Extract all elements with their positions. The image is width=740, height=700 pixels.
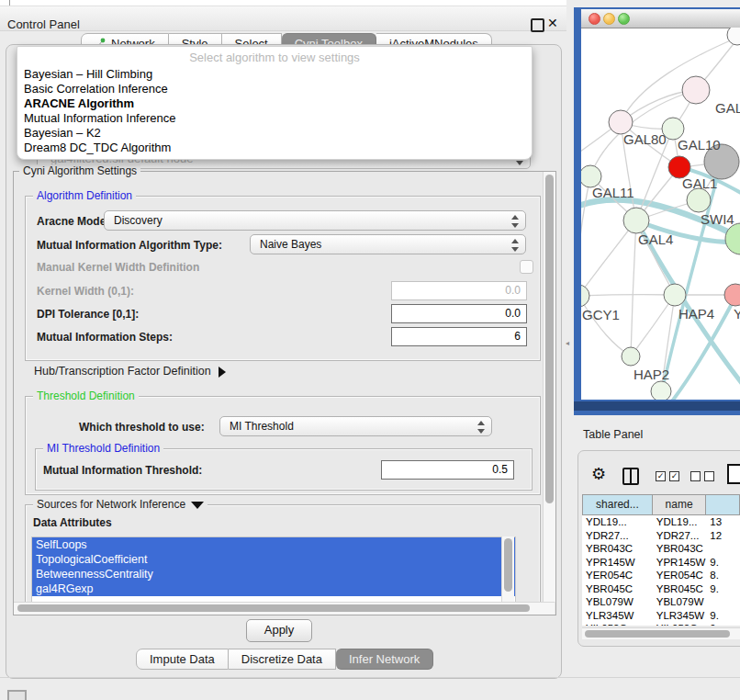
table-row[interactable]: YDR27...YDR27...12 <box>582 529 740 543</box>
column-header[interactable] <box>706 494 740 515</box>
table-row[interactable]: YIL052CYIL052C9. <box>582 622 740 626</box>
mi-threshold-field[interactable]: 0.5 <box>381 460 514 480</box>
tab-impute-data[interactable]: Impute Data <box>136 649 229 670</box>
table-row[interactable]: YER054CYER054C8. <box>582 569 740 582</box>
attr-list-scrollbar-thumb[interactable] <box>504 538 512 592</box>
settings-hscrollbar-thumb[interactable] <box>17 604 530 612</box>
data-attributes-list: SelfLoopsTopologicalCoefficientBetweenne… <box>31 536 516 606</box>
data-attribute-item[interactable]: gal4RGexp <box>32 581 515 596</box>
algorithm-option[interactable]: Bayesian – K2 <box>17 126 532 141</box>
bottom-left-partial-widget[interactable] <box>7 690 27 700</box>
network-node-hap2[interactable] <box>622 347 640 366</box>
network-node[interactable] <box>725 223 740 254</box>
table-panel-title: Table Panel <box>583 428 643 441</box>
table-cell: YPR145W <box>653 556 707 570</box>
top-strip <box>0 0 566 6</box>
dpi-tolerance-field[interactable]: 0.0 <box>391 304 527 323</box>
network-node[interactable] <box>651 381 671 400</box>
table-row[interactable]: YBR045CYBR045C9. <box>582 582 740 596</box>
table-row[interactable]: YBL079WYBL079W <box>582 595 740 609</box>
cyni-algorithm-settings-panel: Cyni Algorithm Settings Algorithm Defini… <box>13 171 556 615</box>
bottom-divider <box>0 677 740 678</box>
mi-steps-field[interactable]: 6 <box>391 327 527 346</box>
network-node-gal4[interactable] <box>623 208 649 233</box>
combo-spinner-icon <box>477 421 485 434</box>
algorithm-option[interactable]: Dream8 DC_TDC Algorithm <box>17 141 532 155</box>
algorithm-option[interactable]: Basic Correlation Inference <box>17 82 532 96</box>
network-node-label: SWI4 <box>701 211 734 227</box>
network-node-gal[interactable] <box>682 76 710 104</box>
zoom-light[interactable] <box>618 13 630 25</box>
network-node-swi4[interactable] <box>687 188 711 212</box>
mi-type-combo[interactable]: Naive Bayes <box>250 234 526 254</box>
network-canvas[interactable]: GALGAL80GAL10GAL1GAL11GAL4SWI4GCY1HAP4YH… <box>581 28 740 400</box>
table-cell: YER054C <box>653 569 707 582</box>
threshold-definition-title: Threshold Definition <box>33 390 139 402</box>
table-cell: 12 <box>706 529 740 543</box>
network-window: GALGAL80GAL10GAL1GAL11GAL4SWI4GCY1HAP4YH… <box>581 9 740 400</box>
table-hscrollbar-thumb[interactable] <box>585 630 730 638</box>
tab-label: Discretize Data <box>241 652 322 666</box>
data-attribute-item[interactable]: SelfLoops <box>32 537 515 552</box>
table-cell: YER054C <box>582 569 653 582</box>
checked-columns-icon[interactable]: ✓ <box>656 471 666 481</box>
network-node-label: GAL10 <box>678 137 721 152</box>
aracne-mode-combo[interactable]: Discovery <box>104 210 526 231</box>
gear-icon[interactable]: ⚙ <box>591 464 606 484</box>
which-threshold-label: Which threshold to use: <box>79 421 205 434</box>
column-header-shared[interactable]: shared... <box>582 494 653 515</box>
manual-kernel-checkbox[interactable] <box>520 260 533 274</box>
network-node[interactable] <box>727 28 740 45</box>
mi-threshold-group: MI Threshold Definition Mutual Informati… <box>35 448 533 491</box>
export-table-icon[interactable] <box>727 464 740 484</box>
minimize-light[interactable] <box>603 13 615 25</box>
table-cell: YDR27... <box>582 529 653 543</box>
tab-discretize-data[interactable]: Discretize Data <box>229 649 336 670</box>
table-hscrollbar <box>582 627 740 639</box>
algorithm-definition-title: Algorithm Definition <box>33 189 136 202</box>
table-cell: 9. <box>706 622 740 626</box>
which-threshold-combo[interactable]: MI Threshold <box>219 416 492 436</box>
unchecked-columns-icon[interactable] <box>690 471 701 481</box>
threshold-definition-group: Threshold Definition Which threshold to … <box>25 396 541 495</box>
table-cell: YDL19... <box>653 515 707 529</box>
column-header-name[interactable]: name <box>653 494 707 515</box>
network-node-gcy1[interactable] <box>581 285 589 307</box>
float-window-icon[interactable] <box>531 18 544 32</box>
table-row[interactable]: YBR043CYBR043C <box>582 542 740 556</box>
splitter-handle[interactable]: ◂ <box>566 339 572 347</box>
network-node-label: Y <box>734 306 740 322</box>
network-window-titlebar[interactable] <box>581 9 740 28</box>
table-cell: 9. <box>706 582 740 596</box>
table-cell: YBR045C <box>582 582 653 596</box>
checked-columns-icon[interactable]: ✓ <box>669 471 679 481</box>
table-row[interactable]: YDL19...YDL19...13 <box>582 515 740 529</box>
close-light[interactable] <box>589 13 600 25</box>
algorithm-option[interactable]: Bayesian – Hill Climbing <box>17 67 532 82</box>
algorithm-option[interactable]: Mutual Information Inference <box>17 111 532 126</box>
algorithm-dropdown-popup: Select algorithm to view settings Bayesi… <box>17 46 533 160</box>
data-attribute-item[interactable]: BetweennessCentrality <box>32 567 515 581</box>
close-icon[interactable]: ✕ <box>547 16 558 30</box>
mi-type-value: Naive Bayes <box>260 238 321 251</box>
data-attribute-item[interactable]: TopologicalCoefficient <box>32 552 515 567</box>
bottom-tabs: Impute DataDiscretize DataInfer Network <box>136 649 433 670</box>
mi-type-label: Mutual Information Algorithm Type: <box>37 239 222 252</box>
table-cell <box>706 595 740 609</box>
aracne-mode-label: Aracne Mode: <box>37 215 109 228</box>
sources-title[interactable]: Sources for Network Inference <box>33 498 207 511</box>
hub-definition-toggle[interactable]: Hub/Transcription Factor Definition <box>34 365 226 378</box>
network-node-y[interactable] <box>724 284 740 306</box>
apply-button[interactable]: Apply <box>246 619 312 642</box>
unchecked-columns-icon[interactable] <box>704 471 714 481</box>
kernel-width-field[interactable]: 0.0 <box>391 281 527 300</box>
table-row[interactable]: YLR345WYLR345W9. <box>582 609 740 623</box>
tab-label: Impute Data <box>150 652 215 666</box>
table-row[interactable]: YPR145WYPR145W9. <box>582 556 740 570</box>
network-node-hap4[interactable] <box>664 284 686 306</box>
algorithm-option[interactable]: ARACNE Algorithm <box>17 96 532 111</box>
split-columns-icon[interactable] <box>622 468 639 485</box>
tab-infer-network[interactable]: Infer Network <box>336 649 433 670</box>
settings-vscrollbar-thumb[interactable] <box>545 175 554 503</box>
network-view-frame: GALGAL80GAL10GAL1GAL11GAL4SWI4GCY1HAP4YH… <box>574 7 740 415</box>
